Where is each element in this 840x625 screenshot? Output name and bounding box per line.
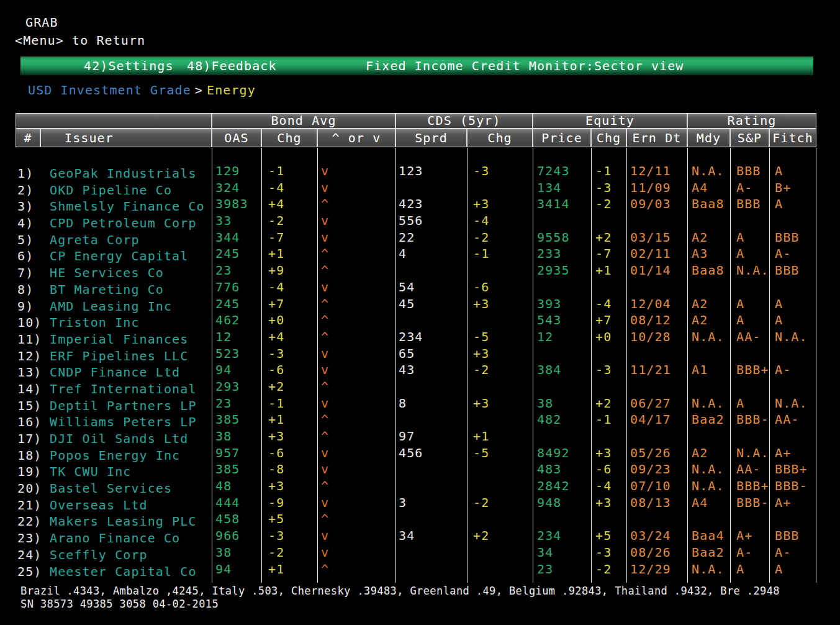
table-row[interactable]: 16) Williams Peters LP 385 +1 ^ 482 -1 0… — [16, 411, 816, 428]
fitch-rating: A — [769, 196, 816, 212]
table-row[interactable]: 3) Shmelsly Finance Co 3983 +4 ^ 423 +3 … — [16, 196, 816, 212]
table-row[interactable]: 21) Overseas Ltd 444 -9 v 3 -2 948 +3 08… — [16, 495, 816, 511]
oas-change: -2 — [261, 212, 317, 229]
equity-change: +2 — [591, 395, 626, 412]
oas-change: -6 — [261, 445, 317, 462]
moodys-rating: N.A. — [687, 329, 730, 345]
table-row[interactable]: 1) GeoPak Industrials 129 -1 v 123 -3 72… — [16, 163, 816, 180]
table-row[interactable]: 5) Agreta Corp 344 -7 v 22 -2 9558 +2 03… — [16, 229, 816, 246]
fitch-rating — [769, 212, 816, 229]
fitch-rating: B+ — [769, 180, 816, 196]
direction-arrow-icon: v — [317, 461, 395, 478]
equity-change: +0 — [591, 329, 626, 345]
row-number: 3) — [16, 198, 40, 215]
oas-value: 245 — [212, 296, 261, 312]
cds-change — [467, 411, 533, 428]
feedback-menu-item[interactable]: 48)Feedback — [187, 58, 277, 73]
table-row[interactable]: 2) OKD Pipeline Co 324 -4 v 134 -3 11/09… — [16, 180, 816, 196]
table-row[interactable]: 9) AMD Leasing Inc 245 +7 ^ 45 +3 393 -4… — [16, 296, 816, 312]
table-row[interactable]: 13) CNDP Finance Ltd 94 -6 v 43 -2 384 -… — [16, 362, 816, 378]
oas-change: +1 — [261, 561, 317, 578]
table-row[interactable]: 10) Triston Inc 462 +0 ^ 543 +7 08/12 A2… — [16, 312, 816, 329]
moodys-rating — [687, 378, 730, 395]
direction-arrow-icon: ^ — [317, 511, 395, 527]
fitch-rating: A — [769, 312, 816, 329]
table-row[interactable]: 20) Bastel Services 48 +3 ^ 2842 -4 07/1… — [16, 478, 816, 495]
earnings-date — [626, 212, 687, 229]
issuer-name: OKD Pipeline Co — [40, 182, 212, 199]
row-number: 17) — [16, 431, 40, 447]
equity-change: +2 — [591, 229, 626, 246]
fitch-rating: AA- — [769, 411, 816, 428]
oas-value: 776 — [212, 279, 261, 296]
oas-value: 293 — [212, 378, 261, 395]
settings-menu-item[interactable]: 42)Settings — [84, 58, 174, 73]
fitch-rating: A- — [769, 362, 816, 378]
breadcrumb-sector[interactable]: Energy — [207, 83, 256, 98]
cds-spread: 54 — [395, 279, 467, 296]
equity-price: 3414 — [533, 196, 591, 212]
fitch-rating — [769, 428, 816, 445]
equity-price: 2842 — [533, 478, 591, 495]
terminal-screen: GRAB <Menu> to Return 42)Settings 48)Fee… — [0, 0, 840, 625]
equity-price: 483 — [533, 461, 591, 478]
equity-change: -3 — [591, 180, 626, 196]
equity-price: 233 — [533, 245, 591, 262]
row-number: 2) — [16, 182, 40, 199]
row-number: 5) — [16, 232, 40, 249]
table-row[interactable]: 15) Deptil Partners LP 23 -1 v 8 +3 38 +… — [16, 395, 816, 412]
direction-arrow-icon: ^ — [317, 428, 395, 445]
breadcrumb: USD Investment Grade>Energy — [28, 83, 256, 98]
table-row[interactable]: 11) Imperial Finances 12 +4 ^ 234 -5 12 … — [16, 329, 816, 345]
table-row[interactable]: 14) Tref International 293 +2 ^ — [16, 378, 816, 395]
fitch-rating: N.A. — [769, 329, 816, 345]
table-row[interactable]: 6) CP Energy Capital 245 +1 ^ 4 -1 233 -… — [16, 245, 816, 262]
fitch-rating: BBB — [769, 262, 816, 279]
table-row[interactable]: 23) Arano Finance Co 966 -3 v 34 +2 234 … — [16, 527, 816, 544]
oas-change: +3 — [261, 478, 317, 495]
equity-price — [533, 428, 591, 445]
issuer-name: Agreta Corp — [40, 232, 212, 249]
oas-value: 385 — [212, 411, 261, 428]
cds-change: -2 — [467, 495, 533, 511]
table-row[interactable]: 12) ERF Pipelines LLC 523 -3 v 65 +3 — [16, 345, 816, 362]
moodys-rating: A2 — [687, 312, 730, 329]
table-row[interactable]: 4) CPD Petroleum Corp 33 -2 v 556 -4 — [16, 212, 816, 229]
equity-change: +3 — [591, 445, 626, 462]
equity-change: +3 — [591, 495, 626, 511]
row-number: 4) — [16, 215, 40, 232]
table-row[interactable]: 22) Makers Leasing PLC 458 +5 ^ — [16, 511, 816, 527]
direction-arrow-icon: ^ — [317, 245, 395, 262]
table-row[interactable]: 25) Meester Capital Co 94 +1 ^ 23 -2 12/… — [16, 561, 816, 578]
oas-change: -1 — [261, 395, 317, 412]
oas-change: -2 — [261, 544, 317, 561]
oas-change: -3 — [261, 345, 317, 362]
oas-change: -6 — [261, 362, 317, 378]
table-row[interactable]: 17) DJI Oil Sands Ltd 38 +3 ^ 97 +1 — [16, 428, 816, 445]
sp-rating: BBB — [730, 163, 769, 180]
row-number: 14) — [16, 381, 40, 398]
equity-price — [533, 345, 591, 362]
direction-arrow-icon: v — [317, 362, 395, 378]
cds-change: -5 — [467, 329, 533, 345]
cds-spread — [395, 478, 467, 495]
table-row[interactable]: 18) Popos Energy Inc 957 -6 v 456 -5 849… — [16, 445, 816, 462]
table-row[interactable]: 8) BT Mareting Co 776 -4 v 54 -6 — [16, 279, 816, 296]
fitch-rating: A+ — [769, 445, 816, 462]
moodys-rating — [687, 345, 730, 362]
rows-container: 1) GeoPak Industrials 129 -1 v 123 -3 72… — [16, 163, 816, 577]
direction-arrow-icon: v — [317, 212, 395, 229]
breadcrumb-category[interactable]: USD Investment Grade — [28, 83, 191, 98]
equity-change — [591, 279, 626, 296]
oas-value: 385 — [212, 461, 261, 478]
cds-change: +3 — [467, 345, 533, 362]
row-number: 10) — [16, 314, 40, 331]
direction-arrow-icon: ^ — [317, 378, 395, 395]
direction-arrow-icon: v — [317, 279, 395, 296]
table-row[interactable]: 24) Sceffly Corp 38 -2 v 34 -3 08/26 Baa… — [16, 544, 816, 561]
issuer-name: Imperial Finances — [40, 331, 212, 348]
table-row[interactable]: 7) HE Services Co 23 +9 ^ 2935 +1 01/14 … — [16, 262, 816, 279]
table-row[interactable]: 19) TK CWU Inc 385 -8 v 483 -6 09/23 N.A… — [16, 461, 816, 478]
oas-value: 38 — [212, 428, 261, 445]
issuer-name: Makers Leasing PLC — [40, 513, 212, 530]
